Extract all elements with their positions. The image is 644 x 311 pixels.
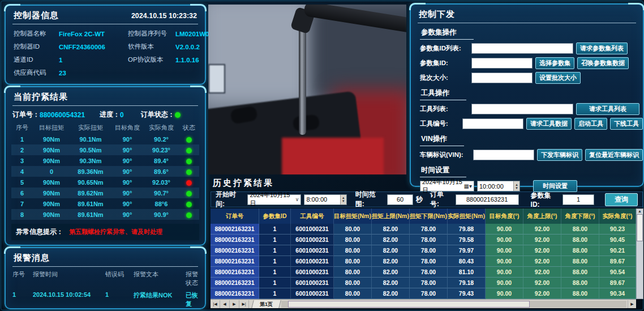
target-angle: 90° [111,157,144,164]
column-header: 目标扭矩 [33,123,70,132]
order-status-label: 订单状态： [141,110,175,120]
tool-list-input[interactable] [471,104,573,114]
history-cell: 92.00 [523,256,561,267]
set-time-spinner[interactable]: 10:00:00 ▲▼ [477,181,520,191]
request-tool-data-button[interactable]: 请求工具数据 [526,118,572,130]
app-root: 控制器信息 2024.10.15 10:23:32 控制器名称FireFox 2… [0,0,644,311]
start-time-label: 开始时间: [216,190,244,209]
status-indicator [186,180,192,186]
control-dispatch-panel: 控制下发 参数集操作 参数集ID列表: 请求参数集列表 参数集ID: 选择参数集… [410,3,644,187]
history-cell: 6001000231 [291,288,334,299]
reset-last-vin-button[interactable]: 复位最近车辆标识 [585,149,643,161]
scrollbar-thumb[interactable] [637,214,643,241]
history-row[interactable]: 8800021632311600100023180.0082.0078.0080… [211,256,636,267]
tool-no-input[interactable] [462,118,523,129]
history-cell: 79.88 [448,224,486,235]
target-angle: 90° [111,147,144,154]
column-header: 报警文本 [134,270,186,287]
offline-tool-button[interactable]: 下线工具 [610,118,643,130]
status-cell [179,178,199,185]
pager-nav-icon[interactable]: ▶ [230,300,239,308]
horizontal-scrollbar[interactable] [281,301,626,308]
search-button[interactable]: 查询 [605,193,638,206]
info-label: 控制器序列号 [128,29,175,38]
history-cell: 1 [259,288,291,299]
history-cell: 880002163231 [211,278,259,288]
history-cell: 1 [259,224,291,235]
request-paramset-list-button[interactable]: 请求参数集列表 [576,42,628,54]
pager-nav-icon[interactable]: ◀ [220,300,230,308]
history-cell: 1 [259,245,291,256]
set-batch-size-button[interactable]: 设置批次大小 [535,72,581,84]
current-result-header: 序号目标扭矩实际扭矩目标角度实际角度状态 [11,121,199,134]
recall-paramset-data-button[interactable]: 召唤参数集数据 [577,57,629,69]
history-row[interactable]: 8800021632311600100023180.0082.0078.0079… [211,245,636,256]
select-paramset-button[interactable]: 选择参数集 [535,57,574,69]
scroll-up-icon[interactable]: ▲ [638,209,642,213]
calendar-icon[interactable]: ▦▾ [464,183,472,189]
vertical-scrollbar[interactable]: ▲ [636,208,643,299]
history-cell: 78.00 [410,256,448,267]
tool-section-heading: 工具操作 [420,88,466,100]
history-row[interactable]: 8800021632311600100023180.0082.0078.0079… [211,278,636,288]
paramset-idlist-input[interactable] [471,43,573,54]
target-torque: 90Nm [33,147,70,154]
progress-label: 进度： [100,110,120,120]
pager-nav: |◀◀▶▶| [211,300,249,308]
time-section-heading: 时间设置 [420,165,466,177]
scroll-right-icon[interactable]: ▶ [628,300,636,308]
paramset-id-field[interactable] [471,58,533,69]
batch-size-input[interactable] [471,73,533,83]
request-tool-list-button[interactable]: 请求工具列表 [576,103,639,115]
seq-no: 1 [11,136,33,143]
start-tool-button[interactable]: 启动工具 [574,118,607,130]
history-cell: 79.58 [448,235,486,245]
send-vin-button[interactable]: 下发车辆标识 [537,149,582,161]
seq-no: 3 [11,157,33,164]
set-time-button[interactable]: 时间设置 [533,180,577,192]
history-cell: 89.67 [599,278,636,288]
tightening-row: 890Nm89.61Nm90°90.9° [11,209,199,220]
set-date-picker[interactable]: 2024年10月15日 ▦▾ [420,181,474,191]
time-range-unit: 秒 [416,195,423,205]
history-cell: 88.00 [561,288,599,299]
history-cell: 92.00 [523,267,561,278]
status-indicator [186,148,192,154]
spinner-arrows-icon[interactable]: ▲▼ [340,195,346,205]
spinner-arrows-icon[interactable]: ▲▼ [513,181,520,191]
vin-input[interactable] [473,150,534,160]
history-cell: 92.00 [523,288,561,299]
current-result-rows: 190Nm90.1Nm90°90.2°290Nm90.5Nm90°90.23°3… [6,134,205,220]
page-tab[interactable]: 第1页 [251,300,281,308]
history-title: 历史拧紧结果 [213,178,274,189]
seq-no: 8 [11,211,33,218]
info-label: 控制器名称 [14,29,59,38]
history-row[interactable]: 8800021632311600100023180.0082.0078.0081… [211,267,636,278]
paramset-id-input[interactable] [563,194,594,205]
history-cell: 90.00 [486,256,523,267]
history-cell: 6001000231 [291,267,334,278]
start-time-spinner[interactable]: 8:00:00 ▲▼ [304,194,346,205]
status-indicator [186,159,192,164]
tightening-row: 690Nm89.62Nm90°90.7° [11,188,199,198]
order-no-input[interactable] [456,194,519,205]
pager-nav-icon[interactable]: ▶| [239,300,249,308]
time-range-input[interactable] [387,194,413,205]
history-cell: 6001000231 [291,278,334,288]
history-row[interactable]: 8800021632311600100023180.0082.0078.0079… [211,224,636,235]
start-date-picker[interactable]: 2024年10月15日 ∨ [247,194,301,205]
tightening-row: 4089.36Nm90°89.6° [11,166,199,177]
column-header: 工具编号 [291,208,334,224]
history-table-body: 8800021632311600100023180.0082.0078.0079… [211,224,636,299]
chevron-down-icon[interactable]: ∨ [295,197,299,202]
tightening-row: 790Nm89.61Nm90°88°6 [11,198,199,209]
pager-nav-icon[interactable]: |◀ [211,300,220,308]
tool-list-label: 工具列表: [420,105,469,113]
horizontal-scrollbar-thumb[interactable] [288,301,530,308]
target-torque: 90Nm [33,201,70,207]
history-row[interactable]: 8800021632311600100023180.0082.0078.0079… [211,288,636,299]
photo-red-fixture [282,138,384,174]
history-cell: 82.00 [372,235,410,245]
current-result-panel: 当前拧紧结果 订单号： 880060054321 进度： 0 订单状态： 序号目… [5,86,206,246]
history-row[interactable]: 8800021632311600100023180.0082.0078.0079… [211,235,636,245]
